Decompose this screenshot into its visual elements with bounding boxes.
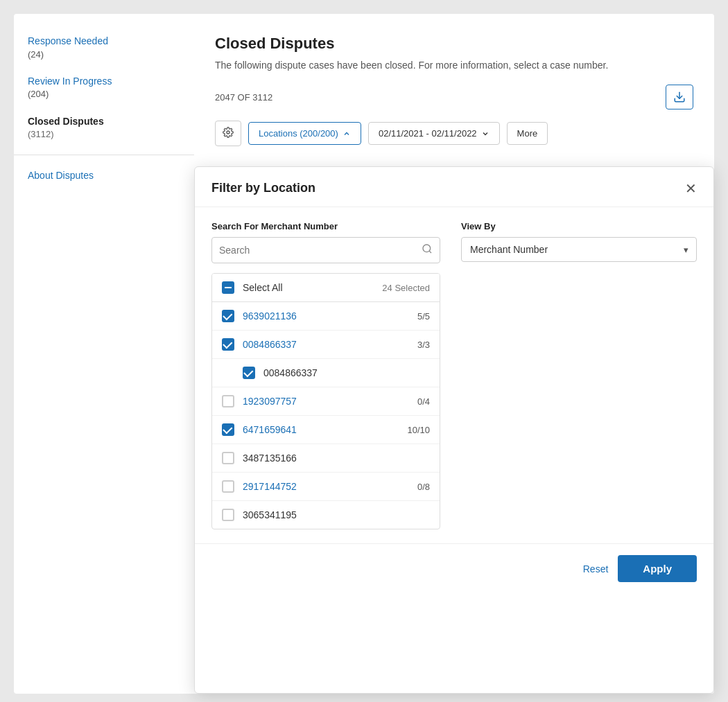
item-label[interactable]: 0084866337: [243, 339, 417, 350]
toolbar-row: 2047 OF 3112: [215, 85, 693, 109]
item-label: 3065341195: [243, 509, 430, 520]
filter-modal: Filter by Location ✕ Search For Merchant…: [194, 166, 714, 694]
select-all-count: 24 Selected: [382, 283, 430, 293]
modal-title: Filter by Location: [211, 181, 315, 195]
select-all-label: Select All: [243, 282, 283, 293]
item-count: 0/4: [417, 396, 430, 407]
list-item[interactable]: 3065341195: [212, 501, 440, 529]
modal-body: Search For Merchant Number: [195, 207, 713, 543]
modal-footer: Reset Apply: [195, 543, 713, 593]
reset-button[interactable]: Reset: [583, 563, 609, 574]
search-input[interactable]: [219, 245, 422, 256]
page-title: Closed Disputes: [215, 35, 693, 53]
item-checkbox[interactable]: [222, 452, 234, 464]
item-checkbox[interactable]: [222, 423, 234, 436]
search-box: [211, 237, 440, 263]
item-checkbox[interactable]: [222, 509, 234, 521]
sidebar: Response Needed (24) Review In Progress …: [14, 14, 194, 694]
item-label[interactable]: 1923097757: [243, 396, 417, 407]
item-checkbox[interactable]: [222, 480, 234, 493]
item-count: 10/10: [407, 425, 430, 435]
gear-icon: [223, 127, 234, 138]
search-icon: [422, 243, 433, 257]
search-label: Search For Merchant Number: [211, 221, 440, 231]
chevron-down-icon: [481, 130, 489, 138]
list-item[interactable]: 1923097757 0/4: [212, 387, 440, 416]
svg-point-2: [423, 245, 431, 252]
list-item[interactable]: 2917144752 0/8: [212, 473, 440, 501]
download-button[interactable]: [666, 85, 693, 109]
sidebar-item-review-in-progress[interactable]: Review In Progress (204): [14, 68, 194, 108]
select-all-checkbox[interactable]: [222, 281, 234, 294]
sidebar-item-closed-disputes[interactable]: Closed Disputes (3112): [14, 108, 194, 148]
modal-header: Filter by Location ✕: [195, 167, 713, 207]
item-count: 5/5: [417, 311, 430, 322]
item-checkbox[interactable]: [222, 338, 234, 351]
main-content: Closed Disputes The following dispute ca…: [194, 14, 714, 694]
sidebar-divider: [14, 155, 194, 155]
filter-row: Locations (200/200) 02/11/2021 - 02/11/2…: [215, 121, 693, 146]
item-count: 0/8: [417, 482, 430, 492]
modal-close-button[interactable]: ✕: [685, 182, 697, 195]
view-by-label: View By: [461, 221, 697, 231]
list-item[interactable]: 6471659641 10/10: [212, 416, 440, 444]
date-filter-button[interactable]: 02/11/2021 - 02/11/2022: [368, 122, 500, 145]
item-label[interactable]: 6471659641: [243, 424, 407, 435]
item-checkbox[interactable]: [222, 310, 234, 322]
sidebar-item-about-disputes[interactable]: About Disputes: [14, 162, 194, 190]
item-label: 3487135166: [243, 453, 430, 464]
modal-overlay: Filter by Location ✕ Search For Merchant…: [194, 166, 714, 694]
settings-button[interactable]: [215, 121, 241, 146]
svg-line-3: [429, 251, 431, 253]
list-item[interactable]: 9639021136 5/5: [212, 302, 440, 331]
item-label[interactable]: 9639021136: [243, 310, 417, 322]
page-subtitle: The following dispute cases have been cl…: [215, 60, 693, 71]
close-icon: ✕: [685, 181, 697, 196]
item-label[interactable]: 2917144752: [243, 481, 417, 492]
locations-filter-button[interactable]: Locations (200/200): [248, 122, 361, 145]
location-list: Select All 24 Selected 9639021136 5/5: [211, 273, 440, 529]
download-icon: [673, 91, 686, 103]
record-count: 2047 OF 3112: [215, 92, 272, 103]
list-item[interactable]: 3487135166: [212, 444, 440, 473]
item-label: 0084866337: [263, 367, 430, 378]
chevron-up-icon: [343, 130, 351, 138]
item-checkbox[interactable]: [243, 367, 255, 379]
view-by-select[interactable]: Merchant Number Location Name DBA Name: [461, 237, 697, 262]
list-item[interactable]: 0084866337: [212, 359, 440, 387]
left-panel: Search For Merchant Number: [211, 221, 440, 529]
sidebar-item-response-needed[interactable]: Response Needed (24): [14, 28, 194, 68]
item-count: 3/3: [417, 340, 430, 350]
list-item[interactable]: 0084866337 3/3: [212, 331, 440, 359]
svg-point-1: [227, 131, 229, 134]
apply-button[interactable]: Apply: [618, 555, 697, 582]
select-all-row[interactable]: Select All 24 Selected: [212, 274, 440, 302]
view-by-select-wrapper: Merchant Number Location Name DBA Name ▾: [461, 237, 697, 262]
right-panel: View By Merchant Number Location Name DB…: [461, 221, 697, 529]
more-filter-button[interactable]: More: [507, 122, 548, 145]
item-checkbox[interactable]: [222, 395, 234, 407]
